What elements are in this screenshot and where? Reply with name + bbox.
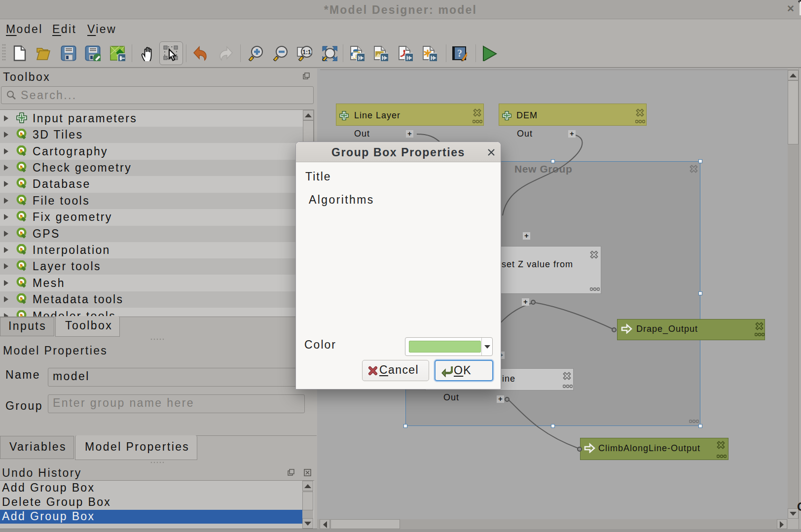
- svg-text:1:1: 1:1: [302, 49, 311, 56]
- svg-text:?: ?: [457, 48, 462, 59]
